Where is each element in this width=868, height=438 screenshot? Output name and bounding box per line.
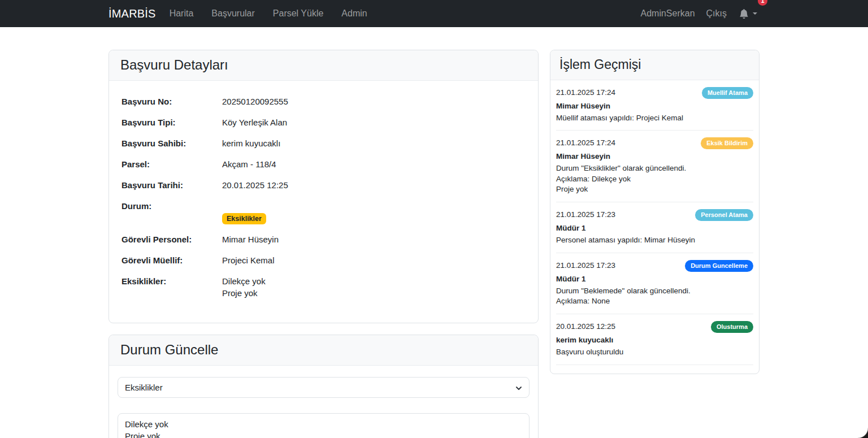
history-card-title: İşlem Geçmişi bbox=[559, 57, 750, 73]
history-entry: 21.01.2025 17:24 Eksik Bildirim Mimar Hü… bbox=[556, 131, 753, 202]
details-card-header: Başvuru Detayları bbox=[109, 50, 538, 81]
history-entry: 21.01.2025 17:23 Durum Guncelleme Müdür … bbox=[556, 253, 753, 314]
field-label: Başvuru Tipi: bbox=[121, 116, 222, 128]
entry-description: Müellif ataması yapıldı: Projeci Kemal bbox=[556, 113, 753, 124]
nav-link-parsel-yukle[interactable]: Parsel Yükle bbox=[268, 4, 328, 23]
status-update-card-header: Durum Güncelle bbox=[109, 335, 538, 366]
chevron-down-icon bbox=[753, 12, 757, 15]
entry-user: Müdür 1 bbox=[556, 224, 753, 232]
field-row-parsel: Parsel: Akçam - 118/4 bbox=[121, 158, 526, 170]
field-row-gorevli-personel: Görevli Personel: Mimar Hüseyin bbox=[121, 233, 526, 245]
entry-date: 20.01.2025 12:25 bbox=[556, 321, 615, 331]
field-value: Akçam - 118/4 bbox=[222, 158, 276, 170]
nav-links: Harita Başvurular Parsel Yükle Admin bbox=[165, 4, 381, 23]
field-label: Durum: bbox=[121, 200, 222, 225]
entry-description: Durum "Beklemede" olarak güncellendi. Aç… bbox=[556, 286, 753, 307]
entry-date: 21.01.2025 17:23 bbox=[556, 260, 615, 270]
field-row-gorevli-muellif: Görevli Müellif: Projeci Kemal bbox=[121, 254, 526, 266]
notifications-dropdown-toggle[interactable]: 1 bbox=[737, 6, 760, 22]
notification-count-badge: 1 bbox=[758, 0, 767, 6]
entry-type-badge: Personel Atama bbox=[695, 209, 753, 221]
entry-date: 21.01.2025 17:24 bbox=[556, 137, 615, 147]
entry-date: 21.01.2025 17:24 bbox=[556, 87, 615, 97]
history-entry: 21.01.2025 17:24 Muellif Atama Mimar Hüs… bbox=[556, 80, 753, 131]
bell-icon bbox=[739, 9, 749, 19]
field-label: Görevli Personel: bbox=[121, 233, 222, 245]
field-value: Dilekçe yok Proje yok bbox=[222, 275, 266, 299]
entry-type-badge: Eksik Bildirim bbox=[701, 137, 753, 149]
navbar-right: AdminSerkan Çıkış 1 bbox=[636, 4, 760, 23]
field-label: Görevli Müellif: bbox=[121, 254, 222, 266]
history-entry: 21.01.2025 17:23 Personel Atama Müdür 1 … bbox=[556, 202, 753, 253]
window-corner-artifact bbox=[858, 428, 868, 438]
status-update-card-title: Durum Güncelle bbox=[120, 342, 527, 358]
field-row-durum: Durum: Eksiklikler bbox=[121, 200, 526, 225]
entry-description: Durum "Eksiklikler" olarak güncellendi. … bbox=[556, 163, 753, 195]
history-card: İşlem Geçmişi 21.01.2025 17:24 Muellif A… bbox=[550, 50, 760, 374]
logout-link[interactable]: Çıkış bbox=[702, 4, 731, 23]
navbar: İMARBİS Harita Başvurular Parsel Yükle A… bbox=[0, 0, 868, 27]
entry-user: Müdür 1 bbox=[556, 275, 753, 283]
field-row-basvuru-sahibi: Başvuru Sahibi: kerim kuyucaklı bbox=[121, 137, 526, 149]
field-label: Başvuru Tarihi: bbox=[121, 179, 222, 191]
note-textarea[interactable]: Dilekçe yok Proje yok bbox=[118, 413, 530, 438]
entry-type-badge: Durum Guncelleme bbox=[685, 260, 753, 272]
brand-logo[interactable]: İMARBİS bbox=[108, 7, 156, 20]
entry-user: Mimar Hüseyin bbox=[556, 152, 753, 161]
history-entries: 21.01.2025 17:24 Muellif Atama Mimar Hüs… bbox=[550, 80, 759, 374]
details-card: Başvuru Detayları Başvuru No: 2025012009… bbox=[108, 50, 539, 323]
field-row-eksiklikler: Eksiklikler: Dilekçe yok Proje yok bbox=[121, 275, 526, 299]
field-value: 20250120092555 bbox=[222, 96, 288, 107]
entry-type-badge: Olusturma bbox=[711, 321, 753, 333]
field-value: Köy Yerleşik Alan bbox=[222, 116, 287, 128]
entry-user: Mimar Hüseyin bbox=[556, 102, 753, 110]
field-value: Mimar Hüseyin bbox=[222, 233, 279, 245]
nav-link-harita[interactable]: Harita bbox=[165, 4, 198, 23]
field-value: kerim kuyucaklı bbox=[222, 137, 280, 149]
field-label: Başvuru No: bbox=[121, 96, 222, 107]
field-label: Parsel: bbox=[121, 158, 222, 170]
field-value: 20.01.2025 12:25 bbox=[222, 179, 288, 191]
entry-description: Başvuru oluşturuldu bbox=[556, 347, 753, 358]
status-update-card: Durum Güncelle Eksiklikler Dilekçe yok P… bbox=[108, 335, 539, 438]
status-badge: Eksiklikler bbox=[222, 213, 266, 225]
field-row-basvuru-tipi: Başvuru Tipi: Köy Yerleşik Alan bbox=[121, 116, 526, 128]
entry-date: 21.01.2025 17:23 bbox=[556, 209, 615, 219]
main-content: Başvuru Detayları Başvuru No: 2025012009… bbox=[108, 50, 760, 438]
field-row-basvuru-tarihi: Başvuru Tarihi: 20.01.2025 12:25 bbox=[121, 179, 526, 191]
history-entry: 20.01.2025 12:25 Olusturma kerim kuyucak… bbox=[556, 314, 753, 365]
user-menu-link[interactable]: AdminSerkan bbox=[636, 4, 700, 23]
field-label: Eksiklikler: bbox=[121, 275, 222, 299]
field-label: Başvuru Sahibi: bbox=[121, 137, 222, 149]
field-row-basvuru-no: Başvuru No: 20250120092555 bbox=[121, 96, 526, 107]
entry-user: kerim kuyucaklı bbox=[556, 336, 753, 344]
nav-link-basvurular[interactable]: Başvurular bbox=[207, 4, 259, 23]
status-select[interactable]: Eksiklikler bbox=[118, 377, 530, 398]
entry-type-badge: Muellif Atama bbox=[702, 87, 753, 99]
entry-description: Personel ataması yapıldı: Mimar Hüseyin bbox=[556, 235, 753, 246]
history-card-header: İşlem Geçmişi bbox=[550, 50, 759, 80]
nav-link-admin[interactable]: Admin bbox=[337, 4, 371, 23]
field-value: Projeci Kemal bbox=[222, 254, 275, 266]
details-card-title: Başvuru Detayları bbox=[120, 57, 527, 73]
